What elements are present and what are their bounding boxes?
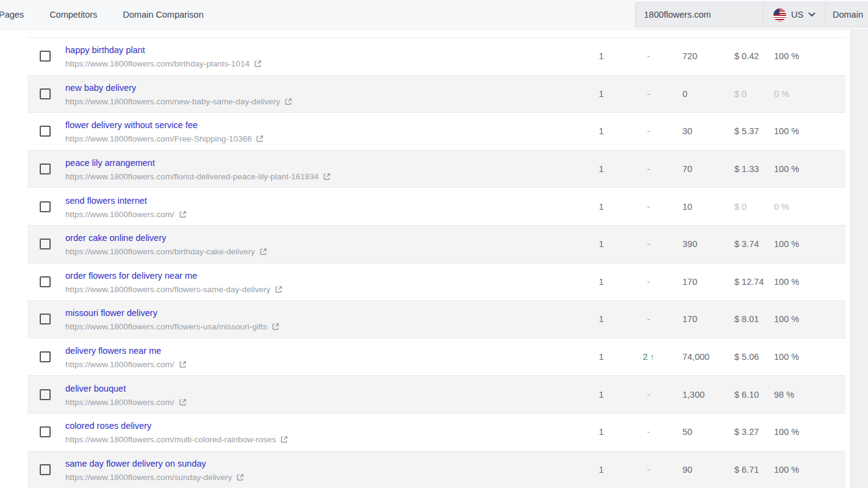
keyword-link[interactable]: colored roses delivery	[65, 420, 151, 431]
keyword-link[interactable]: send flowers internet	[65, 195, 147, 206]
position-value: 1	[580, 301, 623, 338]
checkbox-cell	[27, 76, 65, 113]
external-link-icon[interactable]	[280, 436, 288, 443]
keyword-link[interactable]: peace lily arrangement	[65, 157, 155, 168]
keyword-cell: send flowers internet https://www.1800fl…	[65, 188, 580, 225]
table-row: peace lily arrangement https://www.1800f…	[27, 151, 845, 188]
row-checkbox[interactable]	[40, 201, 51, 212]
keyword-link[interactable]: happy birthday plant	[65, 45, 145, 56]
search-volume: 30	[675, 113, 726, 150]
row-checkbox[interactable]	[40, 239, 51, 249]
checkbox-cell	[27, 451, 65, 488]
external-link-icon[interactable]	[179, 398, 187, 406]
search-volume: 50	[675, 414, 726, 451]
row-checkbox[interactable]	[40, 389, 51, 400]
position-value: 1	[580, 226, 623, 263]
domain-search-input[interactable]: 1800flowers.com	[635, 2, 763, 27]
position-change: -	[623, 226, 675, 263]
row-checkbox[interactable]	[40, 51, 51, 62]
traffic-percent: 100 %	[766, 264, 845, 301]
position-change: -	[623, 151, 675, 188]
search-mode-selector[interactable]: Domain	[825, 2, 868, 27]
traffic-percent: 100 %	[766, 414, 845, 451]
row-checkbox[interactable]	[40, 351, 51, 362]
keyword-cell: flower delivery without service fee http…	[65, 113, 580, 150]
checkbox-cell	[27, 226, 65, 263]
cpc-value: $ 3.74	[726, 226, 766, 263]
external-link-icon[interactable]	[323, 173, 331, 181]
search-volume: 170	[675, 264, 726, 301]
row-checkbox[interactable]	[40, 426, 51, 437]
cpc-value: $ 6.10	[726, 376, 766, 413]
traffic-percent: 100 %	[766, 301, 845, 338]
url-line: https://www.1800flowers.com/flowers-usa/…	[65, 321, 280, 332]
search-volume: 170	[675, 301, 726, 338]
row-checkbox[interactable]	[40, 276, 51, 287]
search-volume: 10	[675, 188, 726, 225]
url-line: https://www.1800flowers.com/sunday-deliv…	[65, 472, 244, 483]
results-panel: happy birthday plant https://www.1800flo…	[0, 30, 850, 488]
top-navigation: Pages Competitors Domain Comparison	[0, 0, 203, 29]
checkbox-cell	[27, 376, 65, 413]
url-line: https://www.1800flowers.com/birthday-pla…	[65, 59, 262, 69]
right-gutter	[850, 30, 868, 488]
keyword-cell: delivery flowers near me https://www.180…	[65, 339, 580, 376]
keyword-cell: same day flower delivery on sunday https…	[65, 451, 580, 488]
position-value: 1	[580, 451, 623, 488]
row-checkbox[interactable]	[40, 88, 51, 99]
external-link-icon[interactable]	[236, 473, 244, 481]
checkbox-cell	[27, 301, 65, 338]
row-checkbox[interactable]	[40, 464, 51, 475]
external-link-icon[interactable]	[275, 285, 283, 293]
external-link-icon[interactable]	[179, 210, 187, 218]
traffic-percent: 100 %	[766, 38, 845, 75]
search-volume: 390	[675, 226, 726, 263]
keyword-link[interactable]: delivery flowers near me	[65, 345, 161, 356]
keyword-link[interactable]: order cake online delivery	[65, 232, 166, 243]
page-url: https://www.1800flowers.com/flowers-same…	[65, 284, 270, 295]
table-row: send flowers internet https://www.1800fl…	[27, 188, 845, 226]
cpc-value: $ 6.71	[726, 451, 766, 488]
url-line: https://www.1800flowers.com/new-baby-sam…	[65, 96, 292, 107]
external-link-icon[interactable]	[284, 98, 292, 106]
external-link-icon[interactable]	[179, 361, 187, 368]
chevron-down-icon	[808, 12, 816, 17]
nav-tab-competitors[interactable]: Competitors	[49, 10, 97, 20]
external-link-icon[interactable]	[254, 60, 262, 68]
checkbox-cell	[27, 151, 65, 188]
table-row: colored roses delivery https://www.1800f…	[27, 414, 845, 451]
page-url: https://www.1800flowers.com/	[65, 359, 175, 370]
page-url: https://www.1800flowers.com/multi-colore…	[65, 434, 276, 445]
position-change: 2↑	[623, 339, 675, 376]
keyword-cell: order flowers for delivery near me https…	[65, 264, 580, 301]
cpc-value: $ 0	[726, 188, 766, 225]
keyword-link[interactable]: new baby delivery	[65, 82, 136, 93]
region-selector[interactable]: US	[763, 2, 825, 27]
row-checkbox[interactable]	[40, 314, 51, 325]
checkbox-cell	[27, 264, 65, 301]
row-checkbox[interactable]	[40, 126, 51, 137]
keyword-link[interactable]: deliver bouquet	[65, 383, 126, 394]
nav-tab-pages[interactable]: Pages	[0, 10, 24, 20]
row-checkbox[interactable]	[40, 163, 51, 174]
keyword-link[interactable]: missouri flower delivery	[65, 307, 157, 318]
keyword-cell: order cake online delivery https://www.1…	[65, 226, 580, 263]
keywords-table: happy birthday plant https://www.1800flo…	[27, 37, 845, 488]
table-row: happy birthday plant https://www.1800flo…	[27, 38, 845, 76]
page-url: https://www.1800flowers.com/	[65, 209, 175, 220]
page-url: https://www.1800flowers.com/florist-deli…	[65, 171, 319, 182]
checkbox-cell	[27, 188, 65, 225]
external-link-icon[interactable]	[272, 323, 280, 331]
nav-tab-domain-comparison[interactable]: Domain Comparison	[123, 10, 203, 20]
position-change: -	[623, 301, 675, 338]
external-link-icon[interactable]	[259, 248, 267, 256]
external-link-icon[interactable]	[256, 135, 264, 143]
keyword-link[interactable]: flower delivery without service fee	[65, 120, 198, 131]
search-volume: 70	[675, 151, 726, 188]
keyword-link[interactable]: same day flower delivery on sunday	[65, 458, 206, 469]
url-line: https://www.1800flowers.com/florist-deli…	[65, 171, 331, 182]
cpc-value: $ 5.06	[726, 339, 766, 376]
table-row: order flowers for delivery near me https…	[27, 264, 845, 301]
search-volume: 720	[675, 38, 726, 75]
keyword-link[interactable]: order flowers for delivery near me	[65, 270, 197, 281]
